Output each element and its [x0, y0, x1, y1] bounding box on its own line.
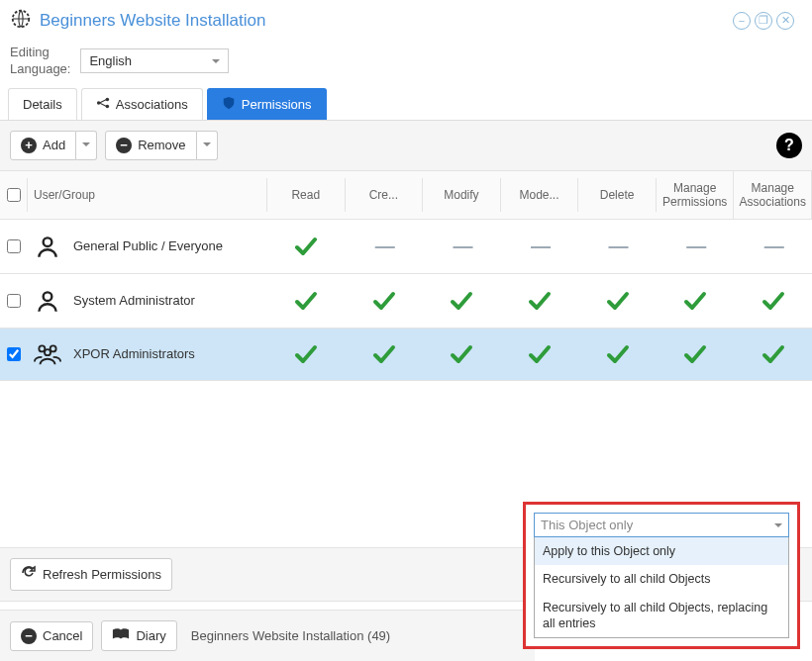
person-icon — [32, 234, 63, 259]
shield-icon — [222, 96, 236, 113]
perm-cell[interactable] — [657, 283, 735, 319]
table-row[interactable]: System Administrator — [0, 274, 812, 329]
minus-icon: − — [116, 138, 132, 153]
cancel-icon: − — [21, 628, 37, 644]
perm-cell[interactable] — [267, 229, 346, 264]
person-icon — [32, 288, 63, 314]
perm-cell[interactable] — [501, 336, 579, 372]
cancel-button[interactable]: −Cancel — [10, 621, 93, 651]
perm-cell[interactable]: — — [346, 227, 424, 265]
refresh-icon — [21, 565, 37, 584]
perm-cell[interactable] — [501, 283, 579, 319]
table-header: User/Group Read Cre... Modify Mode... De… — [0, 171, 812, 220]
page-title: Beginners Website Installation — [40, 11, 265, 31]
apply-scope-option[interactable]: Apply to this Object only — [535, 537, 788, 565]
close-icon[interactable]: ✕ — [776, 12, 794, 30]
footer-bar: −Cancel Diary Beginners Website Installa… — [0, 610, 535, 661]
group-icon — [32, 342, 63, 366]
perm-cell[interactable] — [734, 336, 812, 372]
plus-icon: + — [21, 138, 37, 153]
svg-point-5 — [44, 292, 52, 301]
row-name: System Administrator — [73, 293, 195, 308]
diary-button[interactable]: Diary — [101, 620, 176, 651]
perm-cell[interactable] — [346, 336, 424, 372]
perm-cell[interactable]: — — [501, 227, 579, 265]
row-name: General Public / Everyone — [73, 238, 223, 253]
book-icon — [112, 627, 130, 644]
perm-cell[interactable] — [423, 283, 501, 319]
col-read[interactable]: Read — [267, 178, 346, 212]
perm-cell[interactable]: — — [734, 227, 812, 265]
select-all-checkbox[interactable] — [7, 188, 21, 202]
apply-scope-select[interactable]: This Object only — [534, 513, 789, 537]
remove-dropdown[interactable] — [197, 131, 218, 160]
toolbar: +Add −Remove ? — [0, 121, 812, 171]
col-manage-perm[interactable]: Manage Permissions — [657, 171, 735, 219]
col-modify[interactable]: Modify — [423, 178, 501, 212]
perm-cell[interactable]: — — [657, 227, 735, 265]
apply-scope-option[interactable]: Recursively to all child Objects — [535, 565, 788, 593]
apply-scope-option[interactable]: Recursively to all child Objects, replac… — [535, 594, 788, 638]
minimize-icon[interactable]: − — [733, 12, 751, 30]
perm-cell[interactable] — [267, 283, 346, 319]
apply-scope-panel: This Object only Apply to this Object on… — [523, 502, 800, 649]
tabs: Details Associations Permissions — [0, 88, 812, 121]
perm-cell[interactable] — [267, 336, 346, 372]
language-label: Editing Language: — [10, 45, 70, 78]
col-create[interactable]: Cre... — [346, 178, 424, 212]
associations-icon — [96, 96, 110, 113]
perm-cell[interactable] — [657, 336, 735, 372]
col-delete[interactable]: Delete — [578, 178, 657, 212]
help-button[interactable]: ? — [776, 133, 802, 158]
breadcrumb: Beginners Website Installation (49) — [191, 628, 390, 643]
add-dropdown[interactable] — [76, 131, 97, 160]
remove-button-group: −Remove — [105, 131, 217, 160]
col-name[interactable]: User/Group — [28, 178, 267, 212]
svg-point-4 — [44, 237, 52, 246]
perm-cell[interactable] — [346, 283, 424, 319]
add-button[interactable]: +Add — [10, 131, 76, 160]
tab-permissions[interactable]: Permissions — [207, 88, 327, 120]
tab-details[interactable]: Details — [8, 88, 77, 120]
perm-cell[interactable] — [423, 336, 501, 372]
language-row: Editing Language: English — [0, 41, 812, 88]
row-name: XPOR Administrators — [73, 346, 195, 361]
perm-cell[interactable] — [578, 336, 657, 372]
perm-cell[interactable]: — — [578, 227, 657, 265]
table-row[interactable]: General Public / Everyone—————— — [0, 220, 812, 274]
tab-associations[interactable]: Associations — [81, 88, 203, 120]
language-select[interactable]: English — [80, 48, 229, 73]
refresh-button[interactable]: Refresh Permissions — [10, 558, 172, 591]
remove-button[interactable]: −Remove — [105, 131, 196, 160]
svg-point-8 — [45, 349, 51, 355]
add-button-group: +Add — [10, 131, 97, 160]
table-row[interactable]: XPOR Administrators — [0, 329, 812, 381]
col-moderate[interactable]: Mode... — [501, 178, 579, 212]
row-checkbox[interactable] — [7, 239, 21, 253]
perm-cell[interactable] — [734, 283, 812, 319]
apply-scope-options: Apply to this Object only Recursively to… — [534, 537, 789, 638]
globe-icon — [10, 8, 32, 33]
header-bar: Beginners Website Installation − ❐ ✕ — [0, 0, 812, 41]
perm-cell[interactable]: — — [423, 227, 501, 265]
row-checkbox[interactable] — [7, 294, 21, 308]
perm-cell[interactable] — [578, 283, 657, 319]
row-checkbox[interactable] — [7, 347, 21, 361]
restore-icon[interactable]: ❐ — [755, 12, 772, 30]
col-manage-assoc[interactable]: Manage Associations — [734, 171, 812, 219]
